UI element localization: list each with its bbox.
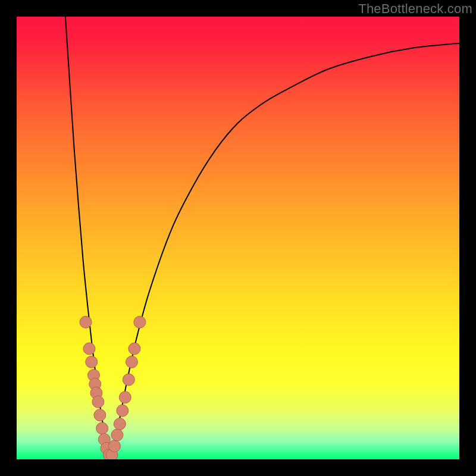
data-marker xyxy=(126,356,137,368)
chart-frame: TheBottleneck.com xyxy=(0,0,476,476)
data-marker xyxy=(111,429,123,441)
data-marker xyxy=(114,418,126,430)
series-right-branch xyxy=(109,43,459,459)
data-marker xyxy=(134,316,146,328)
data-marker xyxy=(94,409,106,421)
data-marker xyxy=(86,356,98,368)
data-marker xyxy=(123,374,134,386)
series-left-branch xyxy=(65,17,109,459)
data-marker xyxy=(108,440,120,452)
watermark-text: TheBottleneck.com xyxy=(358,1,472,17)
data-marker xyxy=(129,343,140,355)
data-marker xyxy=(96,422,108,434)
data-markers xyxy=(80,316,146,459)
data-marker xyxy=(80,316,92,328)
data-marker xyxy=(92,396,104,408)
data-marker xyxy=(83,343,95,355)
data-marker xyxy=(117,405,129,416)
plot-area xyxy=(17,17,459,459)
curve-layer xyxy=(17,17,459,459)
data-marker xyxy=(119,392,131,403)
